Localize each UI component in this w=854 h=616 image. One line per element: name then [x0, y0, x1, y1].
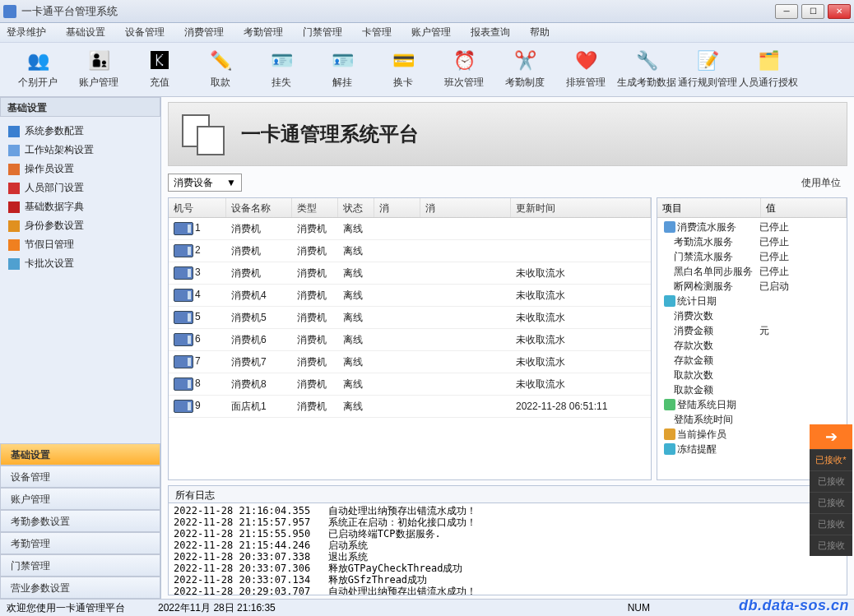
toolbar-label: 人员通行授权	[739, 76, 798, 90]
table-row[interactable]: 9面店机1消费机离线2022-11-28 06:51:11	[169, 396, 651, 418]
titlebar: 一卡通平台管理系统 ─ ☐ ✕	[0, 0, 854, 23]
sidebar-item-label: 工作站架构设置	[25, 143, 94, 157]
menu-item-5[interactable]: 门禁管理	[303, 25, 342, 39]
menu-item-7[interactable]: 账户管理	[411, 25, 451, 39]
device-icon	[174, 244, 193, 257]
menu-item-9[interactable]: 帮助	[530, 25, 550, 39]
menu-item-4[interactable]: 考勤管理	[244, 25, 283, 39]
sidebar-nav-0[interactable]: 基础设置	[0, 443, 160, 465]
sidebar-item-4[interactable]: 基础数据字典	[3, 197, 157, 216]
sidebar-item-5[interactable]: 身份参数设置	[3, 216, 157, 235]
device-icon	[174, 311, 193, 324]
sidebar-item-icon	[8, 239, 20, 251]
property-section-icon	[664, 428, 675, 440]
table-row[interactable]: 4消费机4消费机离线未收取流水	[169, 285, 651, 307]
log-box[interactable]: 2022-11-28 21:16:04.355 自动处理出纳预存出错流水成功！ …	[168, 503, 847, 595]
toolbar-button-0[interactable]: 👥个别开户	[8, 45, 67, 95]
sidebar-item-0[interactable]: 系统参数配置	[3, 122, 157, 141]
toolbar-button-12[interactable]: 🗂️人员通行授权	[739, 45, 798, 95]
status-num: NUM	[628, 602, 650, 614]
toolbar-button-7[interactable]: ⏰班次管理	[434, 45, 494, 95]
toolbar-button-4[interactable]: 🪪挂失	[252, 45, 311, 95]
device-icon	[174, 377, 193, 391]
table-col-5[interactable]: 消	[420, 198, 511, 217]
table-col-4[interactable]: 消	[374, 198, 420, 217]
table-row[interactable]: 7消费机7消费机离线未收取流水	[169, 351, 651, 373]
sidebar-item-1[interactable]: 工作站架构设置	[3, 141, 157, 160]
table-row[interactable]: 3消费机消费机离线未收取流水	[169, 262, 651, 285]
menu-item-3[interactable]: 消费管理	[184, 25, 224, 39]
sidebar-nav-3[interactable]: 考勤参数设置	[0, 510, 160, 532]
table-body[interactable]: 1消费机消费机离线2消费机消费机离线3消费机消费机离线未收取流水4消费机4消费机…	[169, 218, 651, 479]
table-header: 机号设备名称类型状态消消更新时间	[169, 198, 651, 218]
toolbar-button-6[interactable]: 💳换卡	[374, 45, 433, 95]
table-col-6[interactable]: 更新时间	[511, 198, 651, 217]
device-icon	[174, 400, 193, 413]
toolbar-icon: ⏰	[453, 49, 476, 72]
property-header: 项目 值	[657, 198, 847, 218]
rpanel-item-0[interactable]: 已接收*	[810, 449, 852, 470]
sidebar-tree: 系统参数配置工作站架构设置操作员设置人员部门设置基础数据字典身份参数设置节假日管…	[0, 117, 160, 443]
toolbar-button-2[interactable]: 🅺充值	[130, 45, 189, 95]
menu-item-1[interactable]: 基础设置	[66, 25, 105, 39]
sidebar-item-6[interactable]: 节假日管理	[3, 235, 157, 254]
sidebar-item-label: 系统参数配置	[25, 124, 84, 138]
toolbar-label: 排班管理	[566, 76, 606, 90]
sidebar-item-7[interactable]: 卡批次设置	[3, 254, 157, 273]
toolbar-button-3[interactable]: ✏️取款	[191, 45, 250, 95]
property-section-icon	[664, 295, 675, 307]
toolbar-button-8[interactable]: ✂️考勤制度	[495, 45, 555, 95]
toolbar-button-1[interactable]: 👨‍👦账户管理	[69, 45, 128, 95]
property-section-icon	[664, 221, 675, 233]
table-col-3[interactable]: 状态	[338, 198, 374, 217]
toolbar-icon: ❤️	[574, 49, 597, 72]
property-row: 取款金额	[657, 382, 847, 397]
sidebar-nav-6[interactable]: 营业参数设置	[0, 577, 160, 599]
sidebar-nav-2[interactable]: 账户管理	[0, 488, 160, 510]
toolbar-button-11[interactable]: 📝通行规则管理	[678, 45, 737, 95]
table-row[interactable]: 8消费机8消费机离线未收取流水	[169, 373, 651, 396]
menu-item-0[interactable]: 登录维护	[7, 25, 46, 39]
sidebar-nav-4[interactable]: 考勤管理	[0, 532, 160, 554]
table-row[interactable]: 5消费机5消费机离线未收取流水	[169, 307, 651, 329]
sidebar-item-3[interactable]: 人员部门设置	[3, 178, 157, 197]
property-key: 统计日期	[677, 295, 717, 307]
sidebar: 基础设置 系统参数配置工作站架构设置操作员设置人员部门设置基础数据字典身份参数设…	[0, 97, 161, 599]
rpanel-item-3[interactable]: 已接收	[810, 513, 852, 535]
rpanel-arrow-button[interactable]: ➔	[810, 424, 852, 449]
minimize-button[interactable]: ─	[775, 4, 798, 19]
table-row[interactable]: 2消费机消费机离线	[169, 240, 651, 262]
toolbar-button-10[interactable]: 🔧生成考勤数据	[617, 45, 676, 95]
device-type-dropdown[interactable]: 消费设备 ▼	[168, 174, 242, 192]
menu-item-6[interactable]: 卡管理	[362, 25, 392, 39]
sidebar-nav-1[interactable]: 设备管理	[0, 465, 160, 488]
table-col-1[interactable]: 设备名称	[226, 198, 292, 217]
toolbar-button-9[interactable]: ❤️排班管理	[556, 45, 615, 95]
toolbar-icon: 👥	[26, 49, 49, 72]
sidebar-nav-5[interactable]: 门禁管理	[0, 554, 160, 577]
property-key: 断网检测服务	[674, 280, 733, 292]
rpanel-item-4[interactable]: 已接收	[810, 535, 852, 556]
prop-col-key: 项目	[657, 198, 761, 217]
property-key: 登陆系统时间	[674, 414, 733, 425]
toolbar-button-5[interactable]: 🪪解挂	[313, 45, 372, 95]
table-row[interactable]: 1消费机消费机离线	[169, 218, 651, 240]
maximize-button[interactable]: ☐	[801, 4, 824, 19]
table-col-0[interactable]: 机号	[169, 198, 226, 217]
chevron-down-icon: ▼	[226, 177, 236, 188]
menu-item-8[interactable]: 报表查询	[471, 25, 510, 39]
toolbar-icon: 💳	[392, 49, 415, 72]
table-row[interactable]: 6消费机6消费机离线未收取流水	[169, 329, 651, 351]
device-icon	[174, 266, 193, 280]
table-col-2[interactable]: 类型	[292, 198, 338, 217]
rpanel-item-2[interactable]: 已接收	[810, 492, 852, 513]
close-button[interactable]: ✕	[828, 4, 851, 19]
rpanel-item-1[interactable]: 已接收	[810, 470, 852, 492]
property-key: 当前操作员	[677, 428, 726, 440]
status-welcome: 欢迎您使用一卡通管理平台	[7, 601, 125, 615]
sidebar-item-2[interactable]: 操作员设置	[3, 160, 157, 178]
filter-bar: 消费设备 ▼ 使用单位	[168, 171, 847, 194]
menu-item-2[interactable]: 设备管理	[125, 25, 165, 39]
property-key: 考勤流水服务	[674, 236, 733, 248]
property-key: 消费次数	[674, 310, 713, 322]
